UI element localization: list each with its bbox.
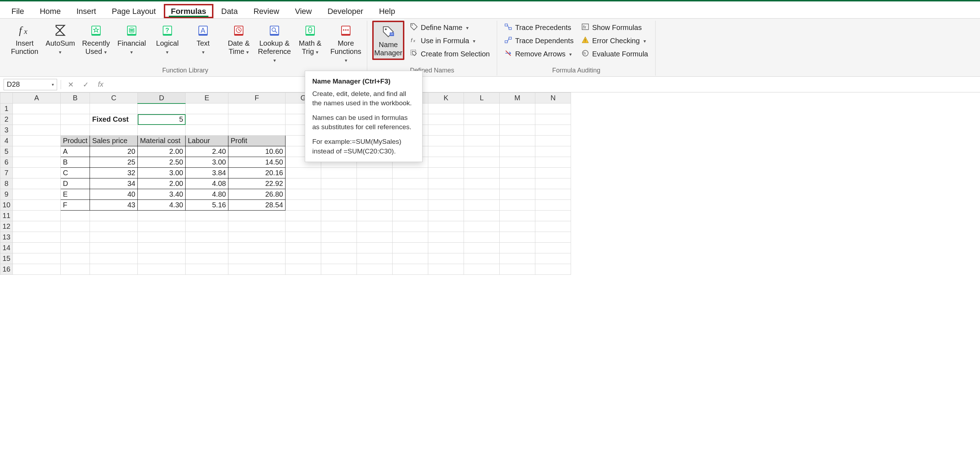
cell-C3[interactable] bbox=[90, 125, 138, 136]
cell-E11[interactable] bbox=[186, 211, 228, 221]
cell-B15[interactable] bbox=[60, 253, 90, 264]
cell-G15[interactable] bbox=[285, 253, 321, 264]
row-header-15[interactable]: 15 bbox=[0, 253, 13, 264]
cell-N11[interactable] bbox=[535, 211, 571, 221]
error-checking-button[interactable]: ! Error Checking▾ bbox=[579, 35, 650, 46]
cell-M12[interactable] bbox=[500, 221, 535, 232]
cell-A14[interactable] bbox=[13, 243, 60, 253]
select-all-corner[interactable] bbox=[0, 93, 13, 103]
cell-I10[interactable] bbox=[357, 200, 393, 211]
cell-B6[interactable]: B bbox=[60, 157, 90, 168]
row-header-4[interactable]: 4 bbox=[0, 136, 13, 146]
use-in-formula-button[interactable]: fx Use in Formula▾ bbox=[408, 35, 492, 46]
col-header-C[interactable]: C bbox=[90, 93, 138, 103]
cell-M14[interactable] bbox=[500, 243, 535, 253]
cell-L9[interactable] bbox=[464, 189, 500, 200]
cell-C14[interactable] bbox=[90, 243, 138, 253]
remove-arrows-button[interactable]: Remove Arrows▾ bbox=[502, 49, 576, 60]
cell-F8[interactable]: 22.92 bbox=[228, 178, 285, 189]
cell-E13[interactable] bbox=[186, 232, 228, 243]
cell-G8[interactable] bbox=[285, 178, 321, 189]
cell-F7[interactable]: 20.16 bbox=[228, 168, 285, 178]
row-header-16[interactable]: 16 bbox=[0, 264, 13, 275]
cell-B13[interactable] bbox=[60, 232, 90, 243]
col-header-K[interactable]: K bbox=[428, 93, 464, 103]
cell-I8[interactable] bbox=[357, 178, 393, 189]
tab-insert[interactable]: Insert bbox=[68, 4, 104, 18]
math-trig-button[interactable]: Math &Trig ▾ bbox=[294, 21, 326, 57]
cell-N9[interactable] bbox=[535, 189, 571, 200]
cell-F9[interactable]: 26.80 bbox=[228, 189, 285, 200]
row-header-9[interactable]: 9 bbox=[0, 189, 13, 200]
cell-D10[interactable]: 4.30 bbox=[138, 200, 186, 211]
cell-H13[interactable] bbox=[321, 232, 357, 243]
cell-G11[interactable] bbox=[285, 211, 321, 221]
cell-C5[interactable]: 20 bbox=[90, 146, 138, 157]
cell-I12[interactable] bbox=[357, 221, 393, 232]
cell-M7[interactable] bbox=[500, 168, 535, 178]
cell-E12[interactable] bbox=[186, 221, 228, 232]
col-header-B[interactable]: B bbox=[60, 93, 90, 103]
cell-J15[interactable] bbox=[393, 253, 428, 264]
row-header-2[interactable]: 2 bbox=[0, 114, 13, 125]
cell-C4[interactable]: Sales price bbox=[90, 136, 138, 146]
cell-B2[interactable] bbox=[60, 114, 90, 125]
row-header-5[interactable]: 5 bbox=[0, 146, 13, 157]
cell-A11[interactable] bbox=[13, 211, 60, 221]
cell-I9[interactable] bbox=[357, 189, 393, 200]
cell-B7[interactable]: C bbox=[60, 168, 90, 178]
cell-D7[interactable]: 3.00 bbox=[138, 168, 186, 178]
cell-E15[interactable] bbox=[186, 253, 228, 264]
cell-J16[interactable] bbox=[393, 264, 428, 275]
cell-N16[interactable] bbox=[535, 264, 571, 275]
cell-C13[interactable] bbox=[90, 232, 138, 243]
lookup-reference-button[interactable]: Lookup &Reference ▾ bbox=[258, 21, 291, 65]
cell-L14[interactable] bbox=[464, 243, 500, 253]
tab-data[interactable]: Data bbox=[213, 4, 245, 18]
cell-N15[interactable] bbox=[535, 253, 571, 264]
cell-C2[interactable]: Fixed Cost bbox=[90, 114, 138, 125]
col-header-M[interactable]: M bbox=[500, 93, 535, 103]
cell-L3[interactable] bbox=[464, 125, 500, 136]
cell-K14[interactable] bbox=[428, 243, 464, 253]
cell-A13[interactable] bbox=[13, 232, 60, 243]
cell-L7[interactable] bbox=[464, 168, 500, 178]
cell-J8[interactable] bbox=[393, 178, 428, 189]
cell-M4[interactable] bbox=[500, 136, 535, 146]
cell-C12[interactable] bbox=[90, 221, 138, 232]
cell-B1[interactable] bbox=[60, 103, 90, 114]
cell-L6[interactable] bbox=[464, 157, 500, 168]
cell-N1[interactable] bbox=[535, 103, 571, 114]
cell-J7[interactable] bbox=[393, 168, 428, 178]
cell-A2[interactable] bbox=[13, 114, 60, 125]
col-header-L[interactable]: L bbox=[464, 93, 500, 103]
cell-L15[interactable] bbox=[464, 253, 500, 264]
text-button[interactable]: A Text▾ bbox=[187, 21, 219, 57]
cell-H7[interactable] bbox=[321, 168, 357, 178]
cell-K10[interactable] bbox=[428, 200, 464, 211]
cell-M16[interactable] bbox=[500, 264, 535, 275]
cell-D11[interactable] bbox=[138, 211, 186, 221]
cell-B9[interactable]: E bbox=[60, 189, 90, 200]
sheet-table[interactable]: A B C D E F G H I J K L M N 12Fixed Cost… bbox=[0, 92, 571, 275]
cell-B14[interactable] bbox=[60, 243, 90, 253]
cell-J12[interactable] bbox=[393, 221, 428, 232]
row-header-10[interactable]: 10 bbox=[0, 200, 13, 211]
cell-G10[interactable] bbox=[285, 200, 321, 211]
cell-C16[interactable] bbox=[90, 264, 138, 275]
cell-E10[interactable]: 5.16 bbox=[186, 200, 228, 211]
cell-A7[interactable] bbox=[13, 168, 60, 178]
cell-I16[interactable] bbox=[357, 264, 393, 275]
cell-F3[interactable] bbox=[228, 125, 285, 136]
cell-N8[interactable] bbox=[535, 178, 571, 189]
cell-G9[interactable] bbox=[285, 189, 321, 200]
cell-K13[interactable] bbox=[428, 232, 464, 243]
cell-F11[interactable] bbox=[228, 211, 285, 221]
cell-C7[interactable]: 32 bbox=[90, 168, 138, 178]
cell-D13[interactable] bbox=[138, 232, 186, 243]
cell-C9[interactable]: 40 bbox=[90, 189, 138, 200]
cell-G16[interactable] bbox=[285, 264, 321, 275]
cell-J9[interactable] bbox=[393, 189, 428, 200]
cell-F14[interactable] bbox=[228, 243, 285, 253]
cell-I14[interactable] bbox=[357, 243, 393, 253]
